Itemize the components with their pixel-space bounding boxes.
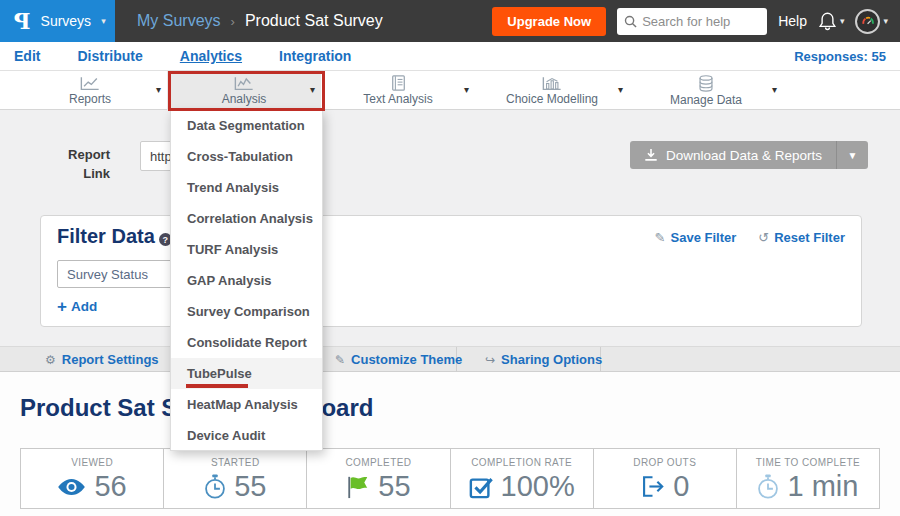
stat-value: 55 — [378, 470, 410, 503]
gears-icon: ⚙ — [45, 353, 56, 367]
menu-item-consolidate-report[interactable]: Consolidate Report — [171, 327, 322, 358]
reset-filter-button[interactable]: ↺ Reset Filter — [758, 230, 845, 245]
menu-item-device-audit[interactable]: Device Audit — [171, 420, 322, 451]
toolbar-label: Choice Modelling — [506, 92, 598, 106]
toolbar-label: Analysis — [222, 92, 267, 106]
stat-value: 55 — [234, 470, 266, 503]
help-search[interactable] — [617, 8, 767, 35]
analysis-dropdown-menu: Data Segmentation Cross-Tabulation Trend… — [170, 110, 323, 451]
combo-chart-icon — [542, 76, 562, 91]
dashboard-section: Product Sat Survey Dashboard VIEWED 56 S… — [0, 372, 900, 516]
pencil-icon: ✎ — [655, 230, 666, 245]
menu-item-gap-analysis[interactable]: GAP Analysis — [171, 265, 322, 296]
report-tab-bar: ⚙ Report Settings ✎ Customize Theme ↪ Sh… — [0, 346, 900, 372]
stat-value: 1 min — [787, 470, 858, 503]
report-link-label: Report Link — [48, 146, 110, 184]
menu-item-label: TubePulse — [187, 366, 252, 381]
filter-data-title: Filter Data — [57, 225, 155, 248]
workspace-switcher[interactable]: P Surveys ▾ — [0, 0, 115, 42]
search-icon — [624, 15, 637, 28]
stat-viewed: VIEWED 56 — [21, 449, 164, 508]
reset-filter-label: Reset Filter — [774, 230, 845, 245]
stat-label: STARTED — [211, 457, 260, 468]
menu-item-survey-comparison[interactable]: Survey Comparison — [171, 296, 322, 327]
save-filter-button[interactable]: ✎ Save Filter — [655, 230, 737, 245]
add-filter-label: Add — [71, 299, 97, 314]
analytics-content: Report Link Download Data & Reports ▼ Fi… — [0, 110, 900, 346]
menu-item-cross-tabulation[interactable]: Cross-Tabulation — [171, 141, 322, 172]
menu-item-data-segmentation[interactable]: Data Segmentation — [171, 110, 322, 141]
tab-label: Sharing Options — [501, 352, 602, 367]
download-button-main: Download Data & Reports — [630, 141, 836, 169]
toolbar-analysis[interactable]: Analysis ▾ — [167, 71, 321, 110]
brand-logo-icon: P — [14, 8, 31, 34]
account-menu[interactable]: ▾ — [855, 9, 888, 34]
stat-time-to-complete: TIME TO COMPLETE 1 min — [737, 449, 879, 508]
checkbox-icon — [469, 475, 493, 499]
chevron-down-icon: ▾ — [156, 84, 161, 95]
tab-label: Report Settings — [62, 352, 159, 367]
gauge-icon — [860, 13, 876, 29]
toolbar-label: Reports — [69, 92, 111, 106]
flag-icon — [346, 475, 370, 499]
tab-sharing-options[interactable]: ↪ Sharing Options — [485, 347, 602, 372]
line-chart-icon — [234, 76, 254, 91]
share-arrow-icon: ↪ — [485, 353, 495, 367]
toolbar-manage-data[interactable]: Manage Data ▾ — [629, 71, 783, 110]
chevron-down-icon: ▾ — [310, 84, 315, 95]
menu-item-heatmap-analysis[interactable]: HeatMap Analysis — [171, 389, 322, 420]
pencil-icon: ✎ — [335, 353, 345, 367]
filter-actions: ✎ Save Filter ↺ Reset Filter — [655, 230, 845, 245]
toolbar-choice-modelling[interactable]: Choice Modelling ▾ — [475, 71, 629, 110]
topbar-actions: Upgrade Now Help ▾ ▾ — [492, 7, 900, 36]
eye-icon — [57, 478, 86, 496]
upgrade-now-button[interactable]: Upgrade Now — [492, 7, 606, 36]
menu-item-trend-analysis[interactable]: Trend Analysis — [171, 172, 322, 203]
bell-icon — [818, 11, 837, 31]
breadcrumb: My Surveys › Product Sat Survey — [137, 12, 383, 30]
stats-row: VIEWED 56 STARTED 55 COMPLETED 55 — [20, 448, 880, 509]
app-frame: P Surveys ▾ My Surveys › Product Sat Sur… — [0, 0, 900, 516]
book-icon — [391, 75, 406, 91]
database-icon — [698, 75, 714, 92]
breadcrumb-current-survey: Product Sat Survey — [245, 12, 383, 30]
nav-integration[interactable]: Integration — [279, 48, 351, 64]
chevron-down-icon: ▾ — [840, 16, 845, 26]
help-link[interactable]: Help — [778, 13, 807, 29]
tab-customize-theme[interactable]: ✎ Customize Theme — [335, 347, 462, 372]
survey-status-value: Survey Status — [67, 267, 148, 282]
toolbar-label: Text Analysis — [363, 92, 432, 106]
chevron-down-icon: ▾ — [772, 84, 777, 95]
menu-item-turf-analysis[interactable]: TURF Analysis — [171, 234, 322, 265]
add-filter-button[interactable]: + Add — [57, 298, 97, 315]
toolbar-text-analysis[interactable]: Text Analysis ▾ — [321, 71, 475, 110]
tab-report-settings[interactable]: ⚙ Report Settings — [45, 347, 159, 372]
stat-value: 100% — [501, 470, 575, 503]
line-chart-icon — [80, 76, 100, 91]
save-filter-label: Save Filter — [671, 230, 737, 245]
stat-completion-rate: COMPLETION RATE 100% — [451, 449, 594, 508]
notifications-menu[interactable]: ▾ — [818, 11, 845, 31]
download-data-reports-button[interactable]: Download Data & Reports ▼ — [630, 141, 868, 169]
nav-edit[interactable]: Edit — [14, 48, 40, 64]
stat-label: COMPLETED — [346, 457, 412, 468]
menu-item-tubepulse[interactable]: TubePulse — [171, 358, 322, 389]
top-bar: P Surveys ▾ My Surveys › Product Sat Sur… — [0, 0, 900, 42]
help-search-input[interactable] — [642, 14, 757, 29]
breadcrumb-my-surveys[interactable]: My Surveys — [137, 12, 221, 30]
timer-icon — [757, 474, 779, 499]
stat-label: COMPLETION RATE — [471, 457, 572, 468]
filter-head: Filter Data ? — [57, 225, 172, 248]
menu-item-correlation-analysis[interactable]: Correlation Analysis — [171, 203, 322, 234]
toolbar-label: Manage Data — [670, 93, 742, 107]
toolbar-reports[interactable]: Reports ▾ — [13, 71, 167, 110]
nav-analytics[interactable]: Analytics — [180, 48, 242, 64]
responses-count[interactable]: Responses: 55 — [794, 49, 886, 64]
stat-started: STARTED 55 — [164, 449, 307, 508]
stopwatch-icon — [204, 474, 226, 499]
stat-drop-outs: DROP OUTS 0 — [594, 449, 737, 508]
stat-value: 0 — [673, 470, 689, 503]
nav-distribute[interactable]: Distribute — [77, 48, 142, 64]
stat-label: DROP OUTS — [633, 457, 696, 468]
download-options-caret[interactable]: ▼ — [836, 141, 868, 169]
